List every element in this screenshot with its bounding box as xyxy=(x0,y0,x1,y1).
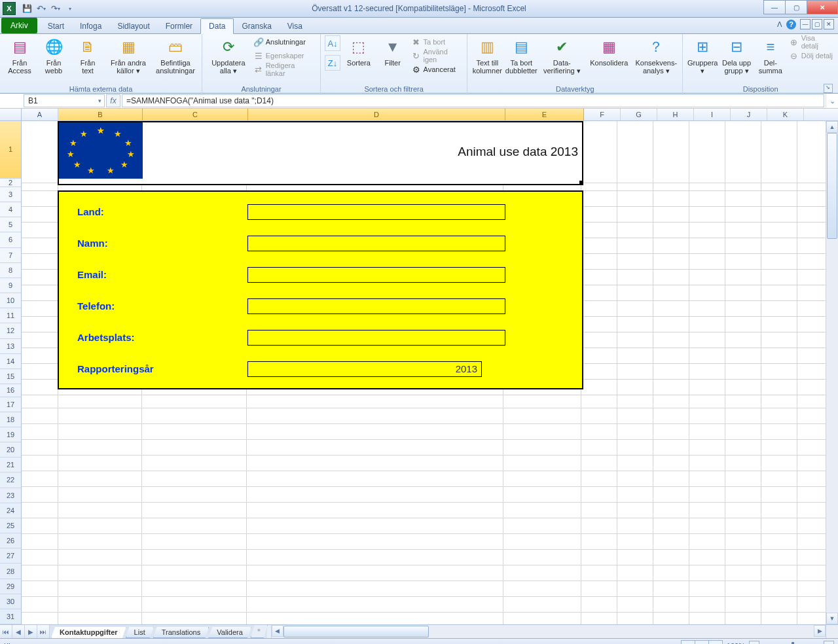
row-header[interactable]: 11 xyxy=(0,308,21,323)
from-web-button[interactable]: 🌐Frånwebb xyxy=(38,35,69,75)
subtotal-button[interactable]: ≡Del-summa xyxy=(755,35,786,75)
scroll-right-icon[interactable]: ▶ xyxy=(814,625,826,637)
horizontal-scrollbar[interactable]: ◀ ▶ xyxy=(271,625,826,638)
row-header[interactable]: 2 xyxy=(0,179,21,187)
row-header[interactable]: 4 xyxy=(0,202,21,217)
redo-button[interactable]: ↷▾ xyxy=(50,3,62,14)
col-header[interactable]: J xyxy=(731,109,767,120)
scroll-thumb[interactable] xyxy=(283,626,429,637)
zoom-slider[interactable]: − + xyxy=(749,641,834,644)
field-email[interactable] xyxy=(247,267,505,283)
sheet-tab-list[interactable]: List xyxy=(126,627,154,638)
consolidate-button[interactable]: ▦Konsolidera xyxy=(587,35,631,67)
fx-icon[interactable]: fx xyxy=(107,96,120,105)
worksheet-grid[interactable]: 1 2 3 4 5 6 7 8 9 10 11 12 13 14 15 16 1… xyxy=(0,121,838,624)
field-arbetsplats[interactable] xyxy=(247,330,505,346)
advanced-filter-button[interactable]: ⚙Avancerat xyxy=(411,63,464,76)
row-header[interactable]: 14 xyxy=(0,354,21,369)
tab-infoga[interactable]: Infoga xyxy=(72,19,109,33)
field-rapporteringsar[interactable]: 2013 xyxy=(247,361,482,377)
connections-button[interactable]: 🔗Anslutningar xyxy=(253,35,316,48)
ribbon-minimize-icon[interactable]: ᐱ xyxy=(777,20,782,29)
qat-customize[interactable]: ▾ xyxy=(64,3,76,14)
row-header[interactable]: 10 xyxy=(0,293,21,308)
scroll-up-icon[interactable]: ▲ xyxy=(826,121,838,133)
tab-granska[interactable]: Granska xyxy=(234,19,279,33)
from-other-sources-button[interactable]: ▦Från andrakällor ▾ xyxy=(106,35,151,75)
sheet-nav-next[interactable]: ▶ xyxy=(25,625,37,638)
col-header[interactable]: K xyxy=(767,109,804,120)
new-sheet-button[interactable]: ＊ xyxy=(251,625,268,638)
remove-duplicates-button[interactable]: ▤Ta bortdubbletter xyxy=(505,35,537,75)
row-header[interactable]: 7 xyxy=(0,248,21,263)
row-header[interactable]: 6 xyxy=(0,232,21,247)
name-box[interactable]: B1 xyxy=(24,94,105,107)
tab-formler[interactable]: Formler xyxy=(158,19,200,33)
minimize-button[interactable]: — xyxy=(763,0,786,14)
col-header[interactable]: F xyxy=(584,109,621,120)
row-header[interactable]: 13 xyxy=(0,339,21,354)
row-header[interactable]: 19 xyxy=(0,427,21,442)
view-normal-button[interactable]: ▦ xyxy=(681,640,695,644)
row-header[interactable]: 1 xyxy=(0,121,21,179)
save-button[interactable]: 💾 xyxy=(21,3,33,14)
field-telefon[interactable] xyxy=(247,298,505,314)
col-header[interactable]: C xyxy=(143,109,248,120)
group-button[interactable]: ⊞Gruppera▾ xyxy=(687,35,718,75)
data-validation-button[interactable]: ✔Data-verifiering ▾ xyxy=(539,35,584,75)
existing-connections-button[interactable]: 🗃Befintligaanslutningar xyxy=(153,35,198,75)
undo-button[interactable]: ↶▾ xyxy=(35,3,47,14)
row-header[interactable]: 20 xyxy=(0,442,21,457)
sheet-tab-validera[interactable]: Validera xyxy=(208,627,251,638)
tab-data[interactable]: Data xyxy=(200,18,234,34)
dialog-launcher-icon[interactable]: ↘ xyxy=(824,84,833,93)
row-header[interactable]: 27 xyxy=(0,548,21,564)
what-if-button[interactable]: ？Konsekvens-analys ▾ xyxy=(634,35,678,75)
view-layout-button[interactable]: ▤ xyxy=(695,640,709,644)
row-header[interactable]: 5 xyxy=(0,217,21,232)
file-tab[interactable]: Arkiv xyxy=(1,18,37,33)
row-header[interactable]: 12 xyxy=(0,323,21,338)
sort-desc-button[interactable]: Z↓ xyxy=(325,55,340,71)
sheet-nav-first[interactable]: ⏮ xyxy=(0,625,12,638)
row-header[interactable]: 25 xyxy=(0,518,21,533)
col-header[interactable]: B xyxy=(58,109,143,120)
row-header[interactable]: 30 xyxy=(0,594,21,609)
filter-button[interactable]: ▼Filter xyxy=(377,35,409,67)
row-header[interactable]: 24 xyxy=(0,503,21,518)
text-to-columns-button[interactable]: ▥Text tillkolumner xyxy=(471,35,503,75)
row-header[interactable]: 3 xyxy=(0,187,21,202)
cells-area[interactable]: ★★ ★★ ★★ ★★ ★★ ★★ Animal use data 2013 L… xyxy=(22,121,826,624)
row-header[interactable]: 26 xyxy=(0,533,21,548)
col-header[interactable]: A xyxy=(22,109,58,120)
maximize-button[interactable]: ▢ xyxy=(785,0,807,14)
view-pagebreak-button[interactable]: ▥ xyxy=(708,640,723,644)
row-header[interactable]: 29 xyxy=(0,579,21,594)
tab-visa[interactable]: Visa xyxy=(280,19,310,33)
row-header[interactable]: 31 xyxy=(0,609,21,624)
row-header[interactable]: 16 xyxy=(0,384,21,397)
select-all-corner[interactable] xyxy=(0,109,22,120)
scroll-down-icon[interactable]: ▼ xyxy=(826,613,838,624)
row-header[interactable]: 15 xyxy=(0,369,21,384)
tab-start[interactable]: Start xyxy=(40,19,72,33)
field-namn[interactable] xyxy=(247,236,505,251)
scroll-left-icon[interactable]: ◀ xyxy=(272,625,283,637)
sheet-tab-translations[interactable]: Translations xyxy=(153,627,210,638)
vertical-scrollbar[interactable]: ▲ ▼ xyxy=(826,121,838,624)
sort-asc-button[interactable]: A↓ xyxy=(325,35,340,51)
formula-input[interactable]: =SAMMANFOGA("Animal use data ";D14) xyxy=(122,94,824,107)
help-icon[interactable]: ? xyxy=(786,20,796,29)
zoom-out-button[interactable]: − xyxy=(749,641,759,644)
row-header[interactable]: 28 xyxy=(0,564,21,579)
col-header[interactable]: I xyxy=(694,109,731,120)
col-header[interactable]: G xyxy=(621,109,657,120)
tab-sidlayout[interactable]: Sidlayout xyxy=(109,19,157,33)
row-header[interactable]: 23 xyxy=(0,488,21,503)
refresh-all-button[interactable]: ⟳Uppdateraalla ▾ xyxy=(206,35,251,75)
from-access-button[interactable]: ▤FrånAccess xyxy=(4,35,35,75)
col-header[interactable]: E xyxy=(505,109,584,120)
zoom-in-button[interactable]: + xyxy=(824,641,834,644)
sheet-tab-kontaktuppgifter[interactable]: Kontaktuppgifter xyxy=(51,627,126,638)
row-header[interactable]: 18 xyxy=(0,412,21,427)
